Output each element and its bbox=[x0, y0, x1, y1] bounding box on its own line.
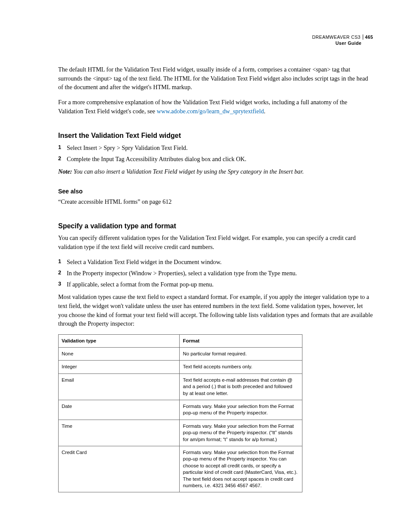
cell-type: Credit Card bbox=[59, 446, 180, 492]
step-text: In the Property inspector (Window > Prop… bbox=[67, 268, 373, 278]
specify-intro: You can specify different validation typ… bbox=[58, 233, 373, 251]
cell-format: No particular format required. bbox=[180, 348, 302, 361]
note-text: You can also insert a Validation Text Fi… bbox=[72, 168, 304, 175]
intro-p2-text-b: . bbox=[264, 108, 266, 115]
spry-textfield-link[interactable]: www.adobe.com/go/learn_dw_sprytextfield bbox=[157, 108, 264, 115]
step-number: 2 bbox=[58, 154, 67, 164]
cell-format: Text field accepts numbers only. bbox=[180, 361, 302, 373]
intro-paragraph-2: For a more comprehensive explanation of … bbox=[58, 98, 373, 115]
step-text: Complete the Input Tag Accessibility Att… bbox=[67, 154, 373, 164]
page-content: DREAMWEAVER CS3 465 User Guide The defau… bbox=[0, 0, 411, 532]
table-row: Email Text field accepts e-mail addresse… bbox=[59, 373, 302, 400]
step-number: 2 bbox=[58, 268, 67, 278]
section-heading-insert: Insert the Validation Text Field widget bbox=[58, 132, 373, 140]
intro-paragraph-1: The default HTML for the Validation Text… bbox=[58, 65, 373, 92]
cell-format: Formats vary. Make your selection from t… bbox=[180, 400, 302, 420]
list-item: 2 Complete the Input Tag Accessibility A… bbox=[58, 154, 373, 164]
list-item: 1 Select a Validation Text Field widget … bbox=[58, 257, 373, 267]
table-row: Date Formats vary. Make your selection f… bbox=[59, 400, 302, 420]
specify-after: Most validation types cause the text fie… bbox=[58, 292, 373, 328]
table-row: Time Formats vary. Make your selection f… bbox=[59, 420, 302, 446]
cell-type: Time bbox=[59, 420, 180, 446]
list-item: 2 In the Property inspector (Window > Pr… bbox=[58, 268, 373, 278]
table-row: Credit Card Formats vary. Make your sele… bbox=[59, 446, 302, 492]
step-number: 3 bbox=[58, 280, 67, 289]
cell-format: Formats vary. Make your selection from t… bbox=[180, 446, 302, 492]
cell-type: Integer bbox=[59, 361, 180, 373]
table-row: None No particular format required. bbox=[59, 348, 302, 361]
section-heading-specify: Specify a validation type and format bbox=[58, 222, 373, 230]
cell-type: Email bbox=[59, 373, 180, 400]
step-number: 1 bbox=[58, 143, 67, 152]
insert-steps: 1 Select Insert > Spry > Spry Validation… bbox=[58, 143, 373, 164]
cell-type: Date bbox=[59, 400, 180, 420]
list-item: 3 If applicable, select a format from th… bbox=[58, 280, 373, 289]
header-product: DREAMWEAVER CS3 bbox=[312, 34, 361, 40]
note: Note: You can also insert a Validation T… bbox=[58, 167, 373, 176]
see-also-heading: See also bbox=[58, 188, 373, 195]
cell-format: Text field accepts e-mail addresses that… bbox=[180, 373, 302, 400]
validation-table: Validation type Format None No particula… bbox=[58, 334, 302, 493]
list-item: 1 Select Insert > Spry > Spry Validation… bbox=[58, 143, 373, 152]
header-subtitle: User Guide bbox=[58, 40, 373, 47]
see-also-entry: “Create accessible HTML forms” on page 6… bbox=[58, 197, 373, 206]
cell-format: Formats vary. Make your selection from t… bbox=[180, 420, 302, 446]
table-header-format: Format bbox=[180, 334, 302, 347]
step-text: If applicable, select a format from the … bbox=[67, 280, 373, 289]
step-text: Select a Validation Text Field widget in… bbox=[67, 257, 373, 267]
specify-steps: 1 Select a Validation Text Field widget … bbox=[58, 257, 373, 289]
step-text: Select Insert > Spry > Spry Validation T… bbox=[67, 143, 373, 152]
table-row: Integer Text field accepts numbers only. bbox=[59, 361, 302, 373]
step-number: 1 bbox=[58, 257, 67, 267]
table-header-type: Validation type bbox=[59, 334, 180, 347]
cell-type: None bbox=[59, 348, 180, 361]
page-number: 465 bbox=[363, 34, 373, 40]
running-header: DREAMWEAVER CS3 465 User Guide bbox=[58, 34, 373, 46]
note-label: Note: bbox=[58, 168, 72, 175]
